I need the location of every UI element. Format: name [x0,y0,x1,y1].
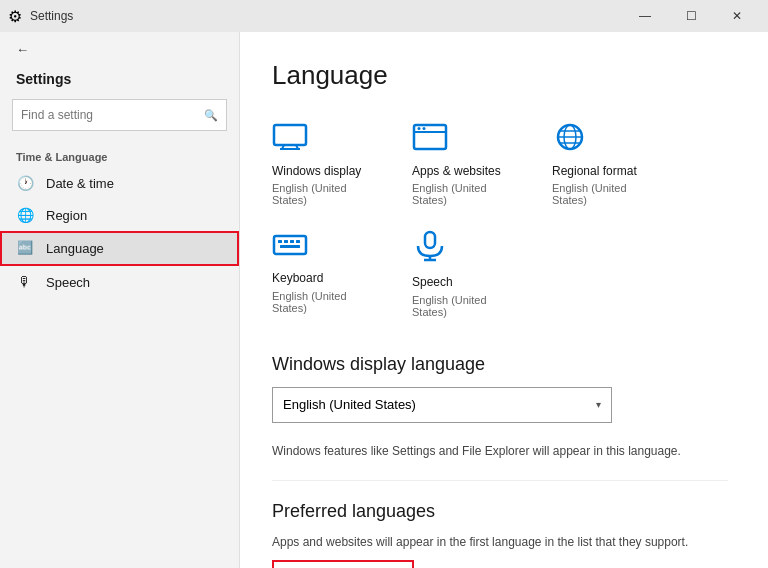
search-input[interactable] [21,108,204,122]
display-language-title: Windows display language [272,354,728,375]
search-icon: 🔍 [204,109,218,122]
svg-rect-20 [425,232,435,248]
svg-rect-1 [274,125,306,145]
language-tiles-grid: Windows display English (United States) … [272,115,728,326]
display-language-dropdown-container: English (United States) ▾ [272,387,728,423]
globe-icon: 🌐 [16,207,34,223]
svg-rect-18 [296,240,300,243]
tile-sublabel: English (United States) [272,290,384,314]
tile-label: Regional format [552,164,637,178]
sidebar-item-label: Language [46,241,104,256]
svg-rect-19 [280,245,300,248]
tile-sublabel: English (United States) [412,182,524,206]
tile-label: Apps & websites [412,164,501,178]
svg-rect-16 [284,240,288,243]
section-divider [272,480,728,481]
tile-speech[interactable]: Speech English (United States) [412,222,532,325]
tile-windows-display[interactable]: Windows display English (United States) [272,115,392,214]
speech-icon: 🎙 [16,274,34,290]
keyboard-icon [272,230,308,265]
add-language-button[interactable]: + Add a language [272,560,414,568]
mic-icon [412,230,448,269]
chevron-down-icon: ▾ [596,399,601,410]
settings-icon: ⚙ [8,7,22,26]
sidebar-item-label: Speech [46,275,90,290]
sidebar-item-label: Date & time [46,176,114,191]
sidebar-item-speech[interactable]: 🎙 Speech [0,266,239,298]
tile-sublabel: English (United States) [552,182,664,206]
svg-rect-17 [290,240,294,243]
monitor-icon [272,123,308,158]
sidebar-item-date-time[interactable]: 🕐 Date & time [0,167,239,199]
maximize-button[interactable]: ☐ [668,0,714,32]
tile-label: Speech [412,275,453,289]
sidebar-item-label: Region [46,208,87,223]
page-title: Language [272,60,728,91]
back-icon: ← [16,42,29,57]
regional-icon [552,123,588,158]
svg-point-7 [418,127,421,130]
svg-rect-15 [278,240,282,243]
title-bar-controls: — ☐ ✕ [622,0,760,32]
display-language-description: Windows features like Settings and File … [272,443,728,460]
sidebar: ← Settings 🔍 Time & Language 🕐 Date & ti… [0,32,240,568]
tile-label: Keyboard [272,271,323,285]
display-language-dropdown[interactable]: English (United States) ▾ [272,387,612,423]
sidebar-item-language[interactable]: 🔤 Language [0,231,239,266]
title-bar-left: ⚙ Settings [8,7,73,26]
preferred-languages-title: Preferred languages [272,501,728,522]
tile-apps-websites[interactable]: Apps & websites English (United States) [412,115,532,214]
app-body: ← Settings 🔍 Time & Language 🕐 Date & ti… [0,32,768,568]
back-button[interactable]: ← [0,32,239,67]
title-bar-title: Settings [30,9,73,23]
tile-keyboard[interactable]: Keyboard English (United States) [272,222,392,325]
tile-label: Windows display [272,164,361,178]
app-title: Settings [0,67,239,99]
close-button[interactable]: ✕ [714,0,760,32]
minimize-button[interactable]: — [622,0,668,32]
svg-text:🔤: 🔤 [17,239,33,255]
sidebar-item-region[interactable]: 🌐 Region [0,199,239,231]
title-bar: ⚙ Settings — ☐ ✕ [0,0,768,32]
svg-point-8 [423,127,426,130]
preferred-languages-description: Apps and websites will appear in the fir… [272,534,728,551]
sidebar-section-label: Time & Language [0,143,239,167]
language-icon: 🔤 [16,239,34,258]
tile-sublabel: English (United States) [272,182,384,206]
browser-icon [412,123,448,158]
dropdown-value: English (United States) [283,397,416,412]
content-area: Language Windows display English (United… [240,32,768,568]
search-box[interactable]: 🔍 [12,99,227,131]
tile-regional-format[interactable]: Regional format English (United States) [552,115,672,214]
clock-icon: 🕐 [16,175,34,191]
tile-sublabel: English (United States) [412,294,524,318]
